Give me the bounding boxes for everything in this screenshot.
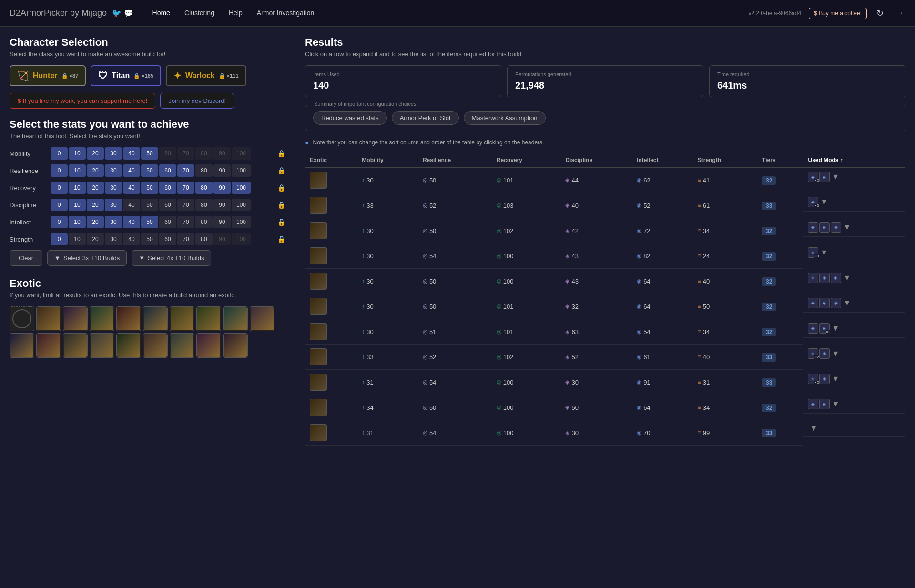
stat-btn-mobility-70[interactable]: 70 xyxy=(177,147,194,160)
stat-btn-discipline-80[interactable]: 80 xyxy=(195,199,213,211)
expand-button-8[interactable]: ▼ xyxy=(832,375,839,383)
expand-button-10[interactable]: ▼ xyxy=(810,424,817,433)
build-4x-button[interactable]: ▼ Select 4x T10 Builds xyxy=(132,250,211,266)
lock-icon-mobility[interactable]: 🔒 xyxy=(277,150,285,157)
clear-button[interactable]: Clear xyxy=(10,250,42,266)
exotic-item-13[interactable] xyxy=(116,333,141,358)
table-row[interactable]: ↑ 30 ◎ 50 ◎ 102 ◈ 42 ◉ 72 ≡ 34 32◈◈◈▼ xyxy=(305,218,905,243)
stat-btn-discipline-0[interactable]: 0 xyxy=(51,199,68,211)
table-row[interactable]: ↑ 33 ◎ 52 ◎ 102 ◈ 52 ◉ 61 ≡ 40 33◈×2◈▼ xyxy=(305,345,905,370)
exotic-item-3[interactable] xyxy=(116,306,141,331)
stat-btn-mobility-30[interactable]: 30 xyxy=(105,147,122,160)
stat-btn-recovery-90[interactable]: 90 xyxy=(214,182,231,194)
table-header-used-mods-↑[interactable]: Used Mods ↑ xyxy=(803,153,905,168)
stat-btn-discipline-20[interactable]: 20 xyxy=(87,199,104,211)
config-tag-0[interactable]: Reduce wasted stats xyxy=(313,111,387,125)
expand-button-5[interactable]: ▼ xyxy=(843,299,851,307)
discord-button[interactable]: Join my dev Discord! xyxy=(160,93,234,109)
exotic-item-12[interactable] xyxy=(90,333,114,358)
stat-btn-mobility-0[interactable]: 0 xyxy=(51,147,68,160)
stat-btn-strength-10[interactable]: 10 xyxy=(69,233,86,245)
stat-btn-strength-0[interactable]: 0 xyxy=(51,233,68,245)
exotic-item-empty[interactable] xyxy=(10,306,34,331)
stat-btn-strength-60[interactable]: 60 xyxy=(159,233,176,245)
stat-btn-recovery-60[interactable]: 60 xyxy=(159,182,176,194)
stat-btn-intellect-10[interactable]: 10 xyxy=(69,216,86,228)
stat-btn-intellect-20[interactable]: 20 xyxy=(87,216,104,228)
table-header-intellect[interactable]: Intellect xyxy=(632,153,693,168)
titan-button[interactable]: 🛡 Titan 🔒 ×185 xyxy=(91,65,161,86)
stat-btn-resilience-60[interactable]: 60 xyxy=(159,164,176,177)
stat-btn-resilience-40[interactable]: 40 xyxy=(123,164,140,177)
stat-btn-discipline-90[interactable]: 90 xyxy=(214,199,231,211)
stat-btn-strength-90[interactable]: 90 xyxy=(214,233,231,245)
table-row[interactable]: ↑ 30 ◎ 50 ◎ 101 ◈ 44 ◉ 62 ≡ 41 32◈×2◈▼ xyxy=(305,168,905,193)
stat-btn-strength-100[interactable]: 100 xyxy=(232,233,251,245)
stat-btn-recovery-30[interactable]: 30 xyxy=(105,182,122,194)
table-header-recovery[interactable]: Recovery xyxy=(492,153,561,168)
table-row[interactable]: ↑ 30 ◎ 51 ◎ 101 ◈ 63 ◉ 54 ≡ 34 32◈◈×2▼ xyxy=(305,319,905,345)
support-button[interactable]: $ If you like my work, you can support m… xyxy=(10,93,155,109)
stat-btn-intellect-0[interactable]: 0 xyxy=(51,216,68,228)
stat-btn-resilience-50[interactable]: 50 xyxy=(141,164,158,177)
exotic-item-4[interactable] xyxy=(143,306,168,331)
stat-btn-resilience-90[interactable]: 90 xyxy=(214,164,231,177)
stat-btn-intellect-60[interactable]: 60 xyxy=(159,216,176,228)
stat-btn-mobility-60[interactable]: 60 xyxy=(159,147,176,160)
table-header-mobility[interactable]: Mobility xyxy=(357,153,418,168)
exotic-item-8[interactable] xyxy=(250,306,274,331)
lock-icon-resilience[interactable]: 🔒 xyxy=(277,167,285,174)
expand-button-0[interactable]: ▼ xyxy=(832,172,839,181)
exotic-item-0[interactable] xyxy=(36,306,61,331)
stat-btn-strength-20[interactable]: 20 xyxy=(87,233,104,245)
expand-button-4[interactable]: ▼ xyxy=(843,274,851,282)
lock-icon-recovery[interactable]: 🔒 xyxy=(277,184,285,192)
expand-button-3[interactable]: ▼ xyxy=(820,248,828,257)
exotic-item-2[interactable] xyxy=(90,306,114,331)
exotic-item-1[interactable] xyxy=(63,306,88,331)
stat-btn-recovery-80[interactable]: 80 xyxy=(195,182,213,194)
lock-icon-discipline[interactable]: 🔒 xyxy=(277,201,285,209)
table-header-tiers[interactable]: Tiers xyxy=(757,153,803,168)
stat-btn-recovery-70[interactable]: 70 xyxy=(177,182,194,194)
stat-btn-discipline-30[interactable]: 30 xyxy=(105,199,122,211)
stat-btn-mobility-100[interactable]: 100 xyxy=(232,147,251,160)
table-row[interactable]: ↑ 30 ◎ 54 ◎ 100 ◈ 43 ◉ 82 ≡ 24 32◈×3▼ xyxy=(305,243,905,269)
nav-item-home[interactable]: Home xyxy=(152,6,170,20)
stat-btn-intellect-100[interactable]: 100 xyxy=(232,216,251,228)
expand-button-6[interactable]: ▼ xyxy=(832,324,839,333)
stat-btn-discipline-10[interactable]: 10 xyxy=(69,199,86,211)
lock-icon-strength[interactable]: 🔒 xyxy=(277,235,285,243)
stat-btn-strength-30[interactable]: 30 xyxy=(105,233,122,245)
config-tag-2[interactable]: Masterwork Assumption xyxy=(464,111,546,125)
stat-btn-mobility-80[interactable]: 80 xyxy=(195,147,213,160)
config-tag-1[interactable]: Armor Perk or Slot xyxy=(392,111,459,125)
stat-btn-strength-50[interactable]: 50 xyxy=(141,233,158,245)
exotic-item-10[interactable] xyxy=(36,333,61,358)
exotic-item-9[interactable] xyxy=(10,333,34,358)
expand-button-1[interactable]: ▼ xyxy=(820,198,828,206)
hunter-button[interactable]: 🏹 Hunter 🔒 ×87 xyxy=(10,65,86,86)
stat-btn-resilience-80[interactable]: 80 xyxy=(195,164,213,177)
stat-btn-intellect-50[interactable]: 50 xyxy=(141,216,158,228)
table-header-strength[interactable]: Strength xyxy=(693,153,757,168)
nav-item-clustering[interactable]: Clustering xyxy=(184,6,214,20)
stat-btn-recovery-10[interactable]: 10 xyxy=(69,182,86,194)
stat-btn-strength-80[interactable]: 80 xyxy=(195,233,213,245)
exotic-item-5[interactable] xyxy=(170,306,194,331)
stat-btn-resilience-100[interactable]: 100 xyxy=(232,164,251,177)
stat-btn-strength-70[interactable]: 70 xyxy=(177,233,194,245)
exotic-item-14[interactable] xyxy=(143,333,168,358)
expand-button-9[interactable]: ▼ xyxy=(832,400,839,408)
stat-btn-intellect-80[interactable]: 80 xyxy=(195,216,213,228)
stat-btn-mobility-10[interactable]: 10 xyxy=(69,147,86,160)
warlock-button[interactable]: ✦ Warlock 🔒 ×111 xyxy=(166,65,246,86)
stat-btn-mobility-20[interactable]: 20 xyxy=(87,147,104,160)
coffee-button[interactable]: $ Buy me a coffee! xyxy=(809,8,867,19)
exotic-item-6[interactable] xyxy=(196,306,221,331)
stat-btn-discipline-60[interactable]: 60 xyxy=(159,199,176,211)
exotic-item-11[interactable] xyxy=(63,333,88,358)
logout-button[interactable]: → xyxy=(893,6,905,20)
stat-btn-resilience-0[interactable]: 0 xyxy=(51,164,68,177)
lock-icon-intellect[interactable]: 🔒 xyxy=(277,218,285,226)
